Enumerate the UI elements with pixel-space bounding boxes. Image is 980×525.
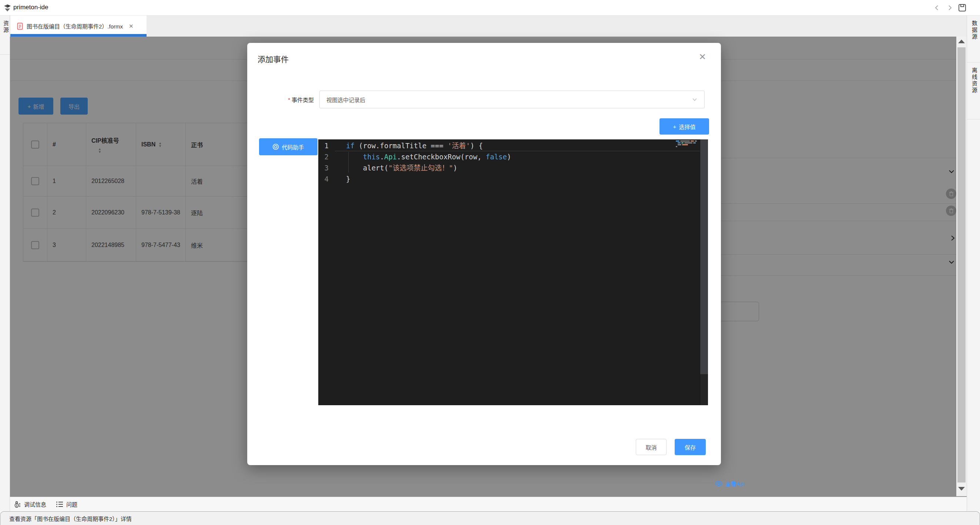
code-assistant-button[interactable]: 代码助手 [259, 138, 318, 155]
titlebar: primeton-ide [0, 0, 980, 16]
chevron-down-icon [692, 97, 698, 102]
code-line: 4} [318, 173, 700, 184]
cancel-button[interactable]: 取消 [636, 439, 667, 455]
editor-scrollbar-thumb[interactable] [700, 140, 708, 374]
close-icon[interactable]: ✕ [697, 52, 708, 62]
app-window: primeton-ide 资源 [0, 0, 980, 525]
eye-icon [715, 481, 722, 486]
list-icon [56, 501, 63, 508]
sidebar-divider [967, 62, 980, 62]
sidebar-item-offline-resources[interactable]: 离线资源 [970, 67, 978, 94]
code-lines: 1if (row.formalTitle === '活着') {2 this.A… [318, 140, 700, 184]
tab-label: 图书在版编目（生命周期事件2）.formx [27, 22, 123, 30]
status-text: 查看资源「图书在版编目（生命周期事件2）」详情 [9, 515, 132, 522]
scrollbar-thumb[interactable] [958, 47, 966, 482]
sidebar-divider [967, 119, 980, 119]
line-content: alert("该选项禁止勾选！") [335, 162, 457, 173]
code-line: 3 alert("该选项禁止勾选！") [318, 162, 700, 173]
right-sidebar: 数据源 离线资源 [967, 16, 980, 511]
event-type-select[interactable]: 视图选中记录后 [320, 90, 705, 108]
statusbar: 查看资源「图书在版编目（生命周期事件2）」详情 [0, 511, 980, 525]
form-file-icon [17, 22, 23, 30]
view-api-link[interactable]: 查看Api [715, 479, 745, 487]
line-content: this.Api.setCheckboxRow(row, false) [335, 151, 511, 162]
line-content: } [335, 173, 350, 184]
app-logo [3, 3, 12, 12]
indent-guide [348, 152, 348, 173]
line-number: 4 [318, 173, 335, 184]
editor-scrollbar[interactable] [700, 140, 708, 405]
line-number: 2 [318, 151, 335, 162]
scroll-up-icon[interactable] [958, 40, 965, 43]
debug-info-tab[interactable]: 调试信息 [14, 500, 46, 508]
tab-close-icon[interactable]: ✕ [129, 23, 134, 29]
editor-minimap[interactable] [674, 140, 700, 405]
app-title: primeton-ide [13, 4, 48, 11]
scroll-down-icon[interactable] [958, 487, 965, 491]
bottom-toolbar: 调试信息 问题 [10, 496, 967, 511]
save-button[interactable]: 保存 [675, 439, 706, 455]
code-line: 2 this.Api.setCheckboxRow(row, false) [318, 151, 700, 162]
left-sidebar: 资源 [0, 16, 10, 511]
tabbar: 图书在版编目（生命周期事件2）.formx ✕ [10, 16, 967, 36]
tab-active-underline [10, 34, 146, 36]
problems-tab[interactable]: 问题 [56, 500, 77, 508]
code-editor[interactable]: 1if (row.formalTitle === '活着') {2 this.A… [318, 140, 708, 405]
line-number: 1 [318, 140, 335, 151]
pick-value-button[interactable]: + 选择值 [660, 118, 709, 135]
sidebar-item-resources[interactable]: 资源 [2, 20, 10, 34]
sidebar-divider [0, 54, 10, 55]
vertical-scrollbar[interactable] [956, 36, 967, 496]
code-assistant-icon [272, 143, 279, 150]
event-type-label: * 事件类型 [247, 90, 314, 108]
save-file-icon[interactable] [958, 3, 967, 12]
nav-forward-icon[interactable] [946, 4, 953, 11]
bug-icon [14, 501, 21, 508]
plus-icon: + [673, 124, 676, 130]
line-content: if (row.formalTitle === '活着') { [335, 140, 483, 151]
sidebar-item-datasource[interactable]: 数据源 [970, 20, 978, 40]
add-event-modal: 添加事件 ✕ * 事件类型 视图选中记录后 + 选择值 代码助手 [247, 43, 721, 465]
line-number: 3 [318, 162, 335, 173]
modal-title: 添加事件 [258, 53, 289, 64]
code-line: 1if (row.formalTitle === '活着') { [318, 140, 700, 151]
event-type-value: 视图选中记录后 [326, 96, 365, 103]
tab-form-file[interactable]: 图书在版编目（生命周期事件2）.formx ✕ [10, 16, 146, 36]
required-mark: * [288, 97, 290, 103]
nav-back-icon[interactable] [933, 4, 941, 11]
